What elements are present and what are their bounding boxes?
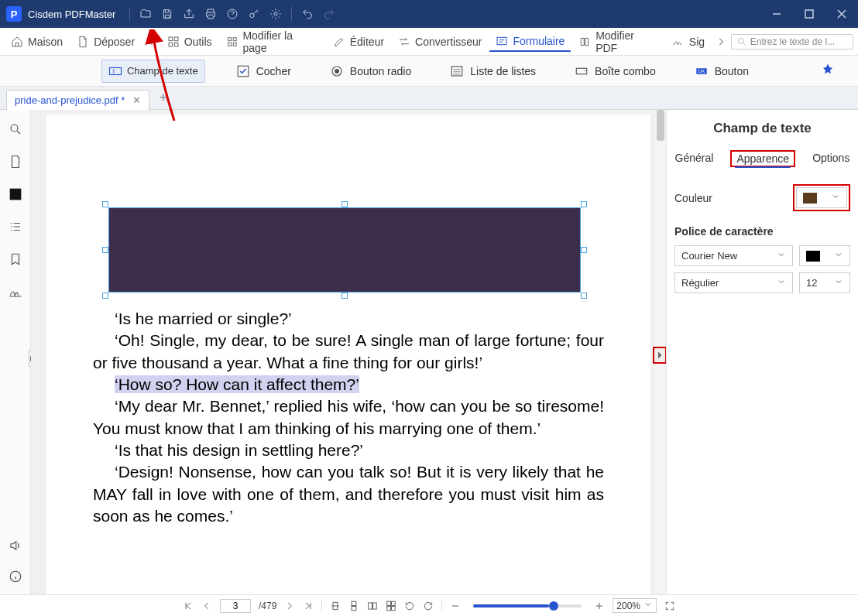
document-tab[interactable]: pride-and-prejudice.pdf * ✕ (6, 90, 149, 110)
undo-icon[interactable] (297, 3, 318, 25)
tab-converter[interactable]: Convertisseur (392, 33, 488, 51)
form-text-field[interactable] (108, 207, 581, 293)
page-text-3: ‘How so? How can it affect them?’ (93, 374, 604, 395)
svg-rect-9 (228, 37, 231, 40)
tool-checkbox[interactable]: Cocher (228, 60, 299, 83)
help-icon[interactable] (221, 3, 243, 25)
app-logo: P (6, 6, 22, 22)
sidebar-info-icon[interactable] (4, 565, 27, 588)
svg-rect-33 (387, 601, 391, 605)
panel-tab-general[interactable]: Général (674, 150, 716, 167)
highlighted-text: ‘How so? How can it affect them?’ (115, 375, 359, 393)
tab-modify-pdf[interactable]: Modifier PDF (572, 26, 664, 57)
maximize-button[interactable] (793, 0, 825, 28)
tool-button[interactable]: OKBouton (687, 60, 757, 83)
right-panel-toggle[interactable] (653, 347, 666, 364)
tab-sig-label: Sig (689, 36, 705, 48)
tab-sig[interactable]: Sig (666, 33, 711, 51)
font-color-selector[interactable] (799, 245, 850, 266)
tab-deposit-label: Déposer (94, 36, 135, 48)
sidebar-text-icon[interactable]: A (4, 183, 27, 206)
view-two-page-icon[interactable] (367, 601, 378, 611)
open-file-icon[interactable] (135, 3, 156, 25)
tab-modify-page-label: Modifier la page (242, 29, 318, 54)
view-single-page-icon[interactable] (330, 601, 341, 611)
zoom-selector[interactable]: 200% (613, 598, 657, 613)
sidebar-page-icon[interactable] (4, 150, 27, 173)
app-title: Cisdem PDFMaster (28, 9, 115, 20)
tab-home-label: Maison (28, 36, 63, 48)
search-input[interactable]: Entrez le texte de l... (731, 34, 853, 50)
redo-icon[interactable] (318, 3, 340, 25)
svg-rect-30 (352, 606, 356, 610)
tab-deposit[interactable]: Déposer (70, 33, 141, 51)
rotate-right-icon[interactable] (423, 601, 434, 611)
tab-tools[interactable]: Outils (161, 33, 218, 51)
toolbar-next[interactable] (712, 36, 729, 47)
tab-form[interactable]: Formulaire (489, 32, 571, 52)
close-tab-icon[interactable]: ✕ (132, 94, 141, 106)
font-name-selector[interactable]: Courier New (674, 245, 793, 266)
zoom-in-button[interactable] (594, 601, 605, 611)
page-number-input[interactable] (220, 599, 251, 613)
tool-checkbox-label: Cocher (256, 65, 291, 77)
zoom-value: 200% (616, 601, 640, 611)
close-button[interactable] (825, 0, 858, 28)
tool-listbox[interactable]: Liste de listes (442, 60, 544, 83)
field-selection-frame[interactable] (102, 201, 587, 299)
page-text-4: ‘My dear Mr. Bennet,’ replied his wife, … (93, 395, 604, 440)
pin-toolbar-icon[interactable] (821, 63, 835, 79)
zoom-slider[interactable] (473, 604, 582, 607)
font-size-selector[interactable]: 12 (799, 272, 850, 293)
tool-combo[interactable]: Boîte combo (567, 60, 664, 83)
add-tab-button[interactable]: + (154, 90, 172, 106)
tab-editor[interactable]: Éditeur (327, 33, 390, 51)
svg-rect-12 (233, 43, 236, 46)
svg-rect-7 (169, 43, 173, 46)
key-icon[interactable] (243, 3, 265, 25)
document-viewport[interactable]: ‘Is he married or single?’ ‘Oh! Single, … (31, 110, 666, 594)
tool-button-label: Bouton (715, 65, 749, 77)
tab-home[interactable]: Maison (5, 33, 69, 51)
tool-listbox-label: Liste de listes (470, 65, 536, 77)
fullscreen-icon[interactable] (664, 601, 675, 611)
page-first-button[interactable] (183, 601, 194, 611)
panel-tab-appearance[interactable]: Apparence (735, 151, 791, 168)
tab-modify-page[interactable]: Modifier la page (220, 26, 325, 57)
sidebar-bookmark-icon[interactable] (4, 248, 27, 271)
view-continuous-icon[interactable] (348, 601, 359, 611)
tool-radio[interactable]: Bouton radio (322, 60, 419, 83)
page-prev-button[interactable] (201, 601, 212, 611)
tab-modify-pdf-label: Modifier PDF (595, 29, 658, 54)
main-toolbar: Maison Déposer Outils Modifier la page É… (0, 28, 858, 56)
page-last-button[interactable] (303, 601, 314, 611)
document-tab-name: pride-and-prejudice.pdf * (15, 94, 125, 106)
save-icon[interactable] (156, 3, 178, 25)
svg-rect-36 (392, 606, 396, 610)
print-icon[interactable] (200, 3, 221, 25)
tool-text-field[interactable]: TChamp de texte (101, 60, 205, 83)
minimize-button[interactable] (760, 0, 793, 28)
svg-point-2 (250, 13, 254, 17)
zoom-out-button[interactable] (450, 601, 461, 611)
sidebar-audio-icon[interactable] (4, 534, 27, 557)
view-two-cont-icon[interactable] (386, 601, 396, 611)
svg-rect-4 (805, 10, 813, 18)
font-name-value: Courier New (681, 250, 737, 262)
panel-tab-options[interactable]: Options (811, 150, 851, 167)
svg-rect-6 (174, 37, 178, 41)
svg-rect-31 (369, 602, 372, 608)
font-weight-selector[interactable]: Régulier (674, 272, 793, 293)
settings-icon[interactable] (265, 3, 287, 25)
share-icon[interactable] (178, 3, 200, 25)
toolbar-prev[interactable] (142, 36, 160, 47)
title-bar: P Cisdem PDFMaster (0, 0, 858, 28)
panel-title: Champ de texte (674, 121, 850, 136)
color-selector[interactable] (796, 187, 847, 208)
sidebar-search-icon[interactable] (4, 118, 27, 141)
svg-rect-35 (387, 606, 391, 610)
page-next-button[interactable] (284, 601, 295, 611)
sidebar-outline-icon[interactable] (4, 215, 27, 238)
sidebar-sign-icon[interactable] (4, 280, 27, 303)
rotate-left-icon[interactable] (404, 601, 415, 611)
